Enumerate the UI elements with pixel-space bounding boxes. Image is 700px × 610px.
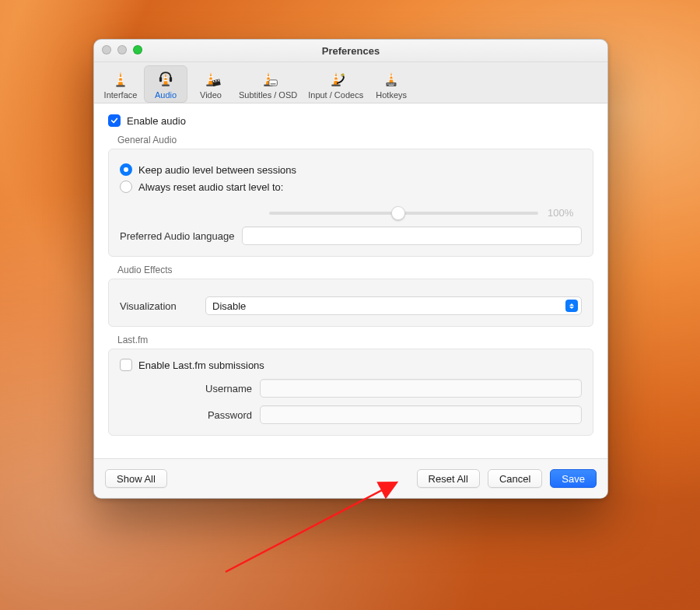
svg-rect-28 [331,85,340,86]
audio-effects-group: Audio Effects Visualization Disable [108,265,593,327]
svg-rect-20 [266,76,270,77]
lastfm-password-label: Password [120,409,252,421]
svg-rect-31 [390,75,393,76]
svg-rect-9 [170,77,172,82]
show-all-button[interactable]: Show All [105,469,167,488]
tab-video[interactable]: Video [189,65,233,103]
zoom-window-button[interactable] [133,45,142,54]
tab-hotkeys[interactable]: Hotkeys [369,65,413,103]
svg-rect-24 [270,83,275,85]
vlc-cone-headphones-icon [153,68,178,90]
tab-label: Input / Codecs [308,90,363,100]
preferred-audio-language-input[interactable] [242,226,582,245]
svg-marker-0 [118,72,124,86]
tab-label: Subtitles / OSD [239,90,297,100]
svg-rect-38 [389,85,394,86]
lastfm-password-input[interactable] [260,405,582,424]
enable-lastfm-checkbox[interactable] [120,359,132,371]
tab-input-codecs[interactable]: Input / Codecs [303,65,368,103]
enable-audio-checkbox[interactable] [108,114,121,127]
svg-rect-37 [394,83,395,84]
radio-keep-level-label: Keep audio level between sessions [138,164,296,176]
radio-reset-level-label: Always reset audio start level to: [138,181,283,193]
minimize-window-button[interactable] [117,45,127,54]
reset-all-button[interactable]: Reset All [417,469,480,488]
vlc-cone-clapper-icon [198,68,223,90]
visualization-label: Visualization [120,300,198,312]
svg-marker-30 [389,72,394,83]
tab-label: Hotkeys [376,90,407,100]
close-window-button[interactable] [102,45,111,54]
svg-rect-1 [119,77,123,79]
audio-level-slider[interactable] [269,212,538,215]
preferences-toolbar: Interface Audio [94,62,607,103]
svg-rect-27 [334,79,338,80]
svg-rect-6 [164,80,168,81]
visualization-value: Disable [212,300,246,312]
traffic-lights [102,45,142,54]
svg-marker-10 [208,72,214,85]
svg-rect-2 [118,81,123,82]
preferences-window: Preferences Interface [93,39,608,499]
lastfm-username-input[interactable] [260,379,582,398]
svg-rect-36 [391,83,393,84]
svg-rect-8 [159,77,162,82]
titlebar: Preferences [94,40,607,62]
preferred-audio-language-label: Preferred Audio language [120,230,234,242]
audio-level-value: 100% [548,207,582,219]
vlc-cone-keyboard-icon [379,68,404,90]
save-button[interactable]: Save [550,469,597,488]
svg-rect-7 [162,85,170,86]
group-title: Last.fm [117,335,593,345]
select-arrows-icon [565,300,578,312]
tab-interface[interactable]: Interface [99,65,142,103]
tab-label: Audio [155,90,177,100]
svg-rect-34 [387,83,389,84]
window-title: Preferences [322,45,380,57]
enable-lastfm-label: Enable Last.fm submissions [138,359,264,371]
tab-label: Interface [104,90,138,100]
cancel-button[interactable]: Cancel [488,469,542,488]
svg-rect-35 [390,83,391,84]
svg-rect-17 [215,80,217,82]
vlc-cone-cable-icon [324,68,348,90]
svg-rect-26 [334,76,338,77]
lastfm-username-label: Username [120,383,252,394]
svg-rect-3 [116,85,124,86]
svg-marker-4 [163,73,168,85]
desktop-wallpaper: Preferences Interface [0,0,700,610]
general-audio-group: General Audio Keep audio level between s… [108,135,593,257]
svg-rect-11 [209,76,213,77]
radio-reset-level[interactable] [120,181,132,193]
audio-panel: Enable audio General Audio Keep audio le… [94,103,607,498]
vlc-cone-icon [108,68,133,90]
tab-label: Video [200,90,222,100]
svg-rect-23 [268,80,277,86]
lastfm-group: Last.fm Enable Last.fm submissions Usern… [108,335,593,436]
window-footer: Show All Reset All Cancel Save [94,458,607,498]
tab-subtitles[interactable]: Subtitles / OSD [234,65,302,103]
svg-rect-5 [164,77,167,78]
enable-audio-label: Enable audio [127,115,186,127]
svg-rect-16 [213,81,215,82]
svg-rect-18 [218,79,219,81]
slider-thumb-icon[interactable] [391,206,405,220]
svg-rect-32 [390,79,394,79]
group-title: General Audio [117,135,593,145]
visualization-select[interactable]: Disable [205,296,582,315]
group-title: Audio Effects [117,265,593,275]
vlc-cone-subtitles-icon [256,68,281,90]
tab-audio[interactable]: Audio [144,65,187,103]
radio-keep-level[interactable] [120,163,132,176]
